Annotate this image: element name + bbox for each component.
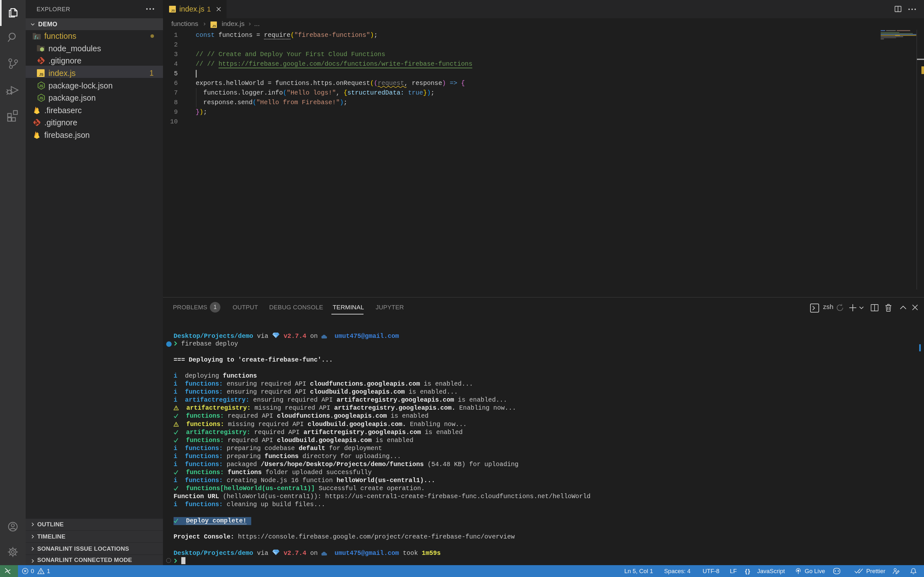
- svg-text:JS: JS: [212, 24, 216, 27]
- svg-text:JS: JS: [39, 84, 43, 88]
- svg-text:JS: JS: [171, 9, 175, 12]
- svg-text:JS: JS: [39, 73, 43, 76]
- svg-text:x: x: [37, 36, 39, 40]
- svg-text:JS: JS: [39, 96, 43, 100]
